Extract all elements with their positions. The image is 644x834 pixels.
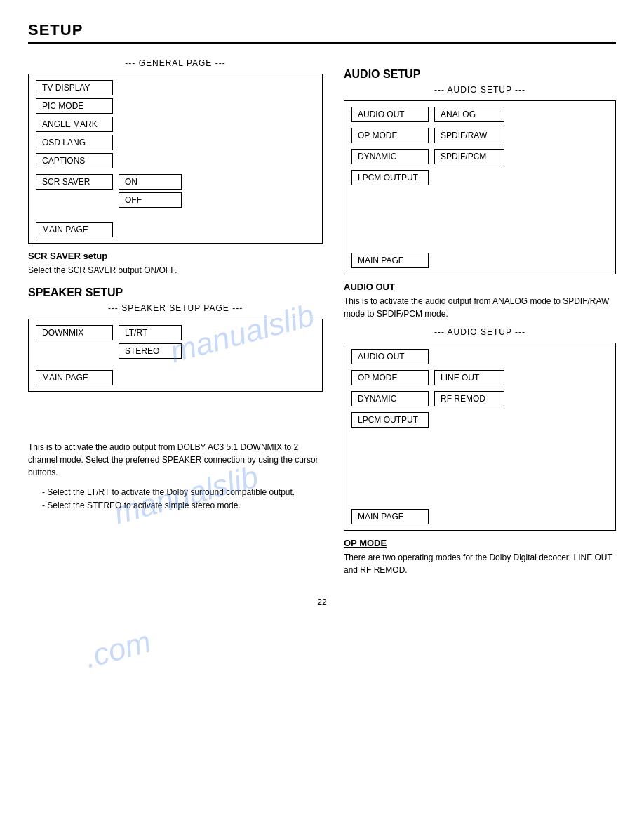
audio-out-item2[interactable]: AUDIO OUT <box>351 349 429 364</box>
spdif-raw-option[interactable]: SPDIF/RAW <box>434 128 504 143</box>
speaker-bullet-1: Select the LT/RT to activate the Dolby s… <box>35 486 323 499</box>
spdif-pcm-option[interactable]: SPDIF/PCM <box>434 149 504 164</box>
rf-remod-option[interactable]: RF REMOD <box>434 391 504 406</box>
general-menu-box: TV DISPLAY PIC MODE ANGLE MARK OSD LANG … <box>28 74 323 244</box>
analog-option[interactable]: ANALOG <box>434 107 504 122</box>
menu-item-tv-display[interactable]: TV DISPLAY <box>36 80 113 95</box>
op-mode-item2[interactable]: OP MODE <box>351 370 429 385</box>
scr-saver-on[interactable]: ON <box>119 174 182 190</box>
audio-setup-title: AUDIO SETUP <box>344 68 616 81</box>
dynamic-item[interactable]: DYNAMIC <box>351 149 429 164</box>
audio-menu-box-1: AUDIO OUT ANALOG OP MODE SPDIF/RAW DYNAM… <box>344 100 616 274</box>
speaker-bullets: Select the LT/RT to activate the Dolby s… <box>35 486 323 512</box>
lpcm-output-item[interactable]: LPCM OUTPUT <box>351 170 429 185</box>
speaker-setup-page-label: --- SPEAKER SETUP PAGE --- <box>28 303 323 313</box>
audio-out-item[interactable]: AUDIO OUT <box>351 107 429 122</box>
menu-item-captions[interactable]: CAPTIONS <box>36 153 113 168</box>
downmix-item[interactable]: DOWNMIX <box>36 325 113 340</box>
line-out-option[interactable]: LINE OUT <box>434 370 504 385</box>
audio-setup2-label: --- AUDIO SETUP --- <box>344 327 616 337</box>
op-mode-desc: There are two operating modes for the Do… <box>344 551 616 576</box>
menu-item-angle-mark[interactable]: ANGLE MARK <box>36 117 113 132</box>
menu-item-osd-lang[interactable]: OSD LANG <box>36 135 113 150</box>
speaker-menu-box: DOWNMIX LT/RT STEREO MAIN PAGE <box>28 319 323 392</box>
scr-saver-setup-title: SCR SAVER setup <box>28 251 323 261</box>
audio-menu-box-2: AUDIO OUT OP MODE LINE OUT DYNAMIC RF RE… <box>344 343 616 531</box>
left-column: --- GENERAL PAGE --- TV DISPLAY PIC MODE… <box>28 58 323 583</box>
speaker-setup-title: SPEAKER SETUP <box>28 286 323 299</box>
page-title: SETUP <box>28 21 616 44</box>
stereo-option[interactable]: STEREO <box>119 343 182 359</box>
op-mode-title: OP MODE <box>344 538 616 548</box>
speaker-bullet-2: Select the STEREO to activate simple ste… <box>35 499 323 512</box>
scr-saver-off[interactable]: OFF <box>119 192 182 208</box>
general-page-label: --- GENERAL PAGE --- <box>28 58 323 68</box>
audio-setup-page-label: --- AUDIO SETUP --- <box>344 85 616 95</box>
lt-rt-option[interactable]: LT/RT <box>119 325 182 340</box>
general-main-page[interactable]: MAIN PAGE <box>36 222 113 237</box>
dynamic-item2[interactable]: DYNAMIC <box>351 391 429 406</box>
page-number: 22 <box>28 597 616 607</box>
right-column: AUDIO SETUP --- AUDIO SETUP --- AUDIO OU… <box>344 58 616 583</box>
speaker-desc: This is to activate the audio output fro… <box>28 441 323 479</box>
speaker-options: LT/RT STEREO <box>119 325 182 359</box>
op-mode-item[interactable]: OP MODE <box>351 128 429 143</box>
menu-item-scr-saver[interactable]: SCR SAVER <box>36 174 113 190</box>
watermark-3: .com <box>81 624 154 675</box>
menu-item-pic-mode[interactable]: PIC MODE <box>36 98 113 114</box>
audio-out-title: AUDIO OUT <box>344 282 616 292</box>
audio-main-page-2[interactable]: MAIN PAGE <box>351 509 429 524</box>
scr-saver-options: ON OFF <box>119 174 182 208</box>
speaker-main-page[interactable]: MAIN PAGE <box>36 370 113 385</box>
scr-saver-desc: Select the SCR SAVER output ON/OFF. <box>28 264 323 277</box>
audio-main-page-1[interactable]: MAIN PAGE <box>351 253 429 268</box>
lpcm-output-item2[interactable]: LPCM OUTPUT <box>351 412 429 428</box>
audio-out-desc: This is to activate the audio output fro… <box>344 295 616 320</box>
